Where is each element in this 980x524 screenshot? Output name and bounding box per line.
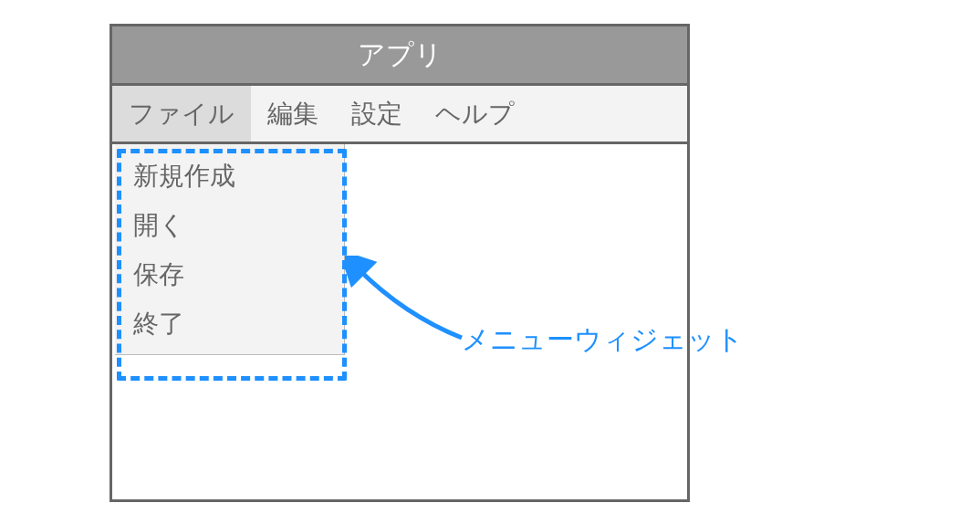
app-title: アプリ — [358, 37, 443, 74]
menu-settings-label: 設定 — [351, 97, 402, 131]
file-dropdown: 新規作成 開く 保存 終了 — [115, 144, 345, 355]
menu-file-label: ファイル — [129, 97, 235, 131]
dropdown-item-exit-label: 終了 — [133, 309, 184, 338]
menu-settings[interactable]: 設定 — [335, 86, 419, 141]
dropdown-item-save-label: 保存 — [133, 260, 184, 288]
app-window: アプリ ファイル 編集 設定 ヘルプ 新規作成 開く 保存 終了 — [109, 24, 690, 502]
dropdown-item-save[interactable]: 保存 — [115, 250, 344, 299]
menu-help-label: ヘルプ — [435, 97, 515, 131]
dropdown-item-exit[interactable]: 終了 — [115, 299, 344, 349]
annotation-label: メニューウィジェット — [462, 321, 744, 359]
dropdown-item-new[interactable]: 新規作成 — [115, 152, 344, 201]
menu-help[interactable]: ヘルプ — [419, 86, 531, 141]
dropdown-item-open[interactable]: 開く — [115, 201, 344, 250]
menu-edit[interactable]: 編集 — [251, 86, 335, 141]
menu-edit-label: 編集 — [267, 97, 318, 131]
dropdown-item-new-label: 新規作成 — [133, 162, 235, 190]
menubar: ファイル 編集 設定 ヘルプ — [109, 86, 690, 144]
titlebar: アプリ — [109, 24, 690, 86]
dropdown-item-open-label: 開く — [133, 211, 185, 239]
menu-file[interactable]: ファイル — [112, 86, 251, 141]
